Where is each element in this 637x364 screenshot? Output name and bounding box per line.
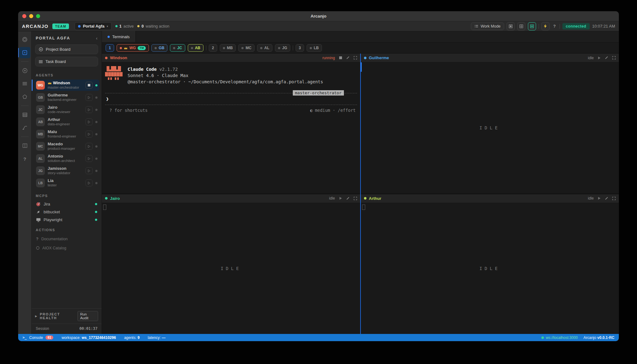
traffic-lights bbox=[22, 14, 40, 18]
agent-row-arthur[interactable]: AB Arthur data-engineer bbox=[34, 116, 99, 127]
work-mode-button[interactable]: Work Mode bbox=[471, 23, 504, 30]
pane-jairo: Jairo idle bbox=[102, 194, 360, 334]
chip-label: JC bbox=[177, 46, 182, 50]
documentation-link[interactable]: ? Documentation bbox=[35, 234, 98, 243]
chip-agent-wg[interactable]: WG TM bbox=[117, 44, 149, 52]
edit-terminal-button[interactable] bbox=[605, 56, 608, 60]
tab-terminals[interactable]: Terminals bbox=[102, 31, 136, 42]
project-board-button[interactable]: Project Board bbox=[35, 44, 98, 54]
start-agent-button[interactable] bbox=[86, 106, 92, 113]
help-button[interactable]: ? bbox=[552, 24, 557, 29]
chip-agent-jg[interactable]: JG bbox=[275, 44, 290, 52]
tabs-row: Terminals bbox=[102, 31, 619, 43]
agent-row-antonio[interactable]: AL Antonio solution-architect bbox=[34, 153, 99, 164]
chip-agent-mc[interactable]: MC bbox=[238, 44, 255, 52]
pane-dot-icon bbox=[105, 57, 108, 59]
terminal-screen-arthur[interactable]: IDLE bbox=[361, 203, 619, 334]
agent-status-dot bbox=[95, 170, 97, 172]
agent-row-lia[interactable]: LB Lia tester bbox=[34, 177, 99, 189]
help-rail-button[interactable]: ? bbox=[19, 153, 30, 164]
columns-layout-button[interactable] bbox=[19, 140, 30, 151]
workspace-value: ws_1773246410296 bbox=[82, 335, 116, 340]
close-window-button[interactable] bbox=[22, 14, 26, 18]
start-terminal-button[interactable] bbox=[339, 197, 342, 200]
layout-split-button[interactable] bbox=[528, 22, 536, 30]
console-toggle[interactable]: >_ Console 61 bbox=[23, 335, 53, 340]
chip-agent-jc[interactable]: JC bbox=[170, 44, 185, 52]
project-health-row: ▶ PROJECT HEALTH Run Audit bbox=[32, 308, 102, 324]
chip-group-2[interactable]: 2 bbox=[209, 44, 217, 52]
mcp-row-playwright[interactable]: Playwright bbox=[35, 216, 98, 224]
activity-curve-button[interactable] bbox=[19, 122, 30, 133]
run-audit-button[interactable]: Run Audit bbox=[77, 311, 98, 321]
chip-agent-gb[interactable]: GB bbox=[151, 44, 167, 52]
project-selector[interactable]: Portal Agfa ▾ bbox=[75, 22, 111, 30]
add-circle-button[interactable] bbox=[19, 65, 30, 76]
chip-group-3[interactable]: 3 bbox=[296, 44, 304, 52]
stop-terminal-button[interactable] bbox=[339, 56, 342, 59]
mcp-row-bitbucket[interactable]: bitbucket bbox=[35, 208, 98, 216]
claude-code-title: Claude Code bbox=[128, 67, 157, 72]
chip-agent-al[interactable]: AL bbox=[257, 44, 272, 52]
agent-row-windson[interactable]: WG Windson master-orchestrator bbox=[34, 80, 99, 91]
start-agent-button[interactable] bbox=[86, 131, 92, 138]
start-agent-button[interactable] bbox=[86, 167, 92, 174]
agent-row-jairo[interactable]: JC Jairo code-reviewer bbox=[34, 104, 99, 115]
expand-terminal-button[interactable] bbox=[612, 56, 616, 60]
terminal-screen-windson[interactable]: Claude Code v2.1.72 Sonnet 4.6 · Claude … bbox=[102, 62, 360, 194]
start-terminal-button[interactable] bbox=[598, 197, 601, 200]
start-agent-button[interactable] bbox=[86, 155, 92, 162]
project-health-toggle[interactable]: ▶ PROJECT HEALTH bbox=[35, 312, 77, 320]
terminals-view-button[interactable] bbox=[19, 47, 30, 58]
expand-terminal-button[interactable] bbox=[354, 197, 357, 200]
rows-panel-button[interactable] bbox=[19, 109, 30, 120]
mcp-name: Playwright bbox=[44, 217, 92, 222]
expand-terminal-button[interactable] bbox=[354, 56, 357, 60]
sidebar: PORTAL AGFA ‹ Project Board Task Board A… bbox=[32, 31, 102, 334]
edit-terminal-button[interactable] bbox=[346, 197, 350, 200]
edit-terminal-button[interactable] bbox=[605, 197, 608, 200]
agent-role: data-engineer bbox=[48, 122, 83, 126]
chip-agent-lb[interactable]: LB bbox=[307, 44, 322, 52]
layout-grid-icon bbox=[519, 24, 523, 28]
hexagon-button[interactable] bbox=[19, 91, 30, 102]
collapse-sidebar-icon[interactable]: ‹ bbox=[96, 36, 97, 41]
context-line: @master-orchestrator · ~/Documents/Devel… bbox=[128, 79, 323, 85]
chip-agent-mb[interactable]: MB bbox=[220, 44, 236, 52]
stop-agent-button[interactable] bbox=[86, 82, 92, 89]
task-board-button[interactable]: Task Board bbox=[35, 57, 98, 66]
agent-role: product-manager bbox=[48, 147, 83, 151]
pane-arthur: Arthur idle bbox=[361, 194, 619, 334]
start-agent-button[interactable] bbox=[86, 179, 92, 186]
quick-actions-button[interactable] bbox=[541, 22, 550, 30]
waiting-dot-icon bbox=[137, 25, 140, 27]
start-agent-button[interactable] bbox=[86, 143, 92, 150]
start-agent-button[interactable] bbox=[86, 94, 92, 101]
mcp-row-jira[interactable]: Jira bbox=[35, 200, 98, 208]
zoom-window-button[interactable] bbox=[36, 14, 40, 18]
chip-group-1[interactable]: 1 bbox=[106, 44, 114, 52]
workspace-info: workspace: ws_1773246410296 bbox=[61, 335, 116, 340]
play-icon bbox=[88, 121, 90, 123]
aiox-catalog-link[interactable]: AIOX Catalog bbox=[35, 243, 98, 252]
list-menu-button[interactable] bbox=[19, 78, 30, 89]
pane-dot-icon bbox=[105, 197, 108, 200]
expand-terminal-button[interactable] bbox=[612, 197, 616, 200]
chip-agent-ab[interactable]: AB bbox=[188, 44, 203, 52]
terminal-screen-jairo[interactable]: IDLE bbox=[102, 203, 360, 334]
pane-status: idle bbox=[329, 196, 335, 200]
layout-single-button[interactable] bbox=[507, 22, 515, 30]
terminal-screen-guilherme[interactable]: IDLE bbox=[361, 62, 619, 194]
logo-rings-icon[interactable] bbox=[19, 34, 30, 45]
edit-terminal-button[interactable] bbox=[346, 56, 350, 60]
terminal-input-box[interactable]: master-orchestrator ❯ bbox=[105, 93, 357, 105]
start-terminal-button[interactable] bbox=[598, 56, 601, 60]
app-name: Arcanjo bbox=[583, 335, 596, 340]
agent-row-guilherme[interactable]: GB Guilherme backend-engineer bbox=[34, 92, 99, 103]
layout-grid-button[interactable] bbox=[517, 22, 525, 30]
agent-row-malu[interactable]: MB Malu frontend-engineer bbox=[34, 128, 99, 140]
agent-row-jamisson[interactable]: JG Jamisson story-validator bbox=[34, 165, 99, 176]
agent-row-macedo[interactable]: MC Macedo product-manager bbox=[34, 141, 99, 152]
minimize-window-button[interactable] bbox=[29, 14, 33, 18]
start-agent-button[interactable] bbox=[86, 118, 92, 125]
